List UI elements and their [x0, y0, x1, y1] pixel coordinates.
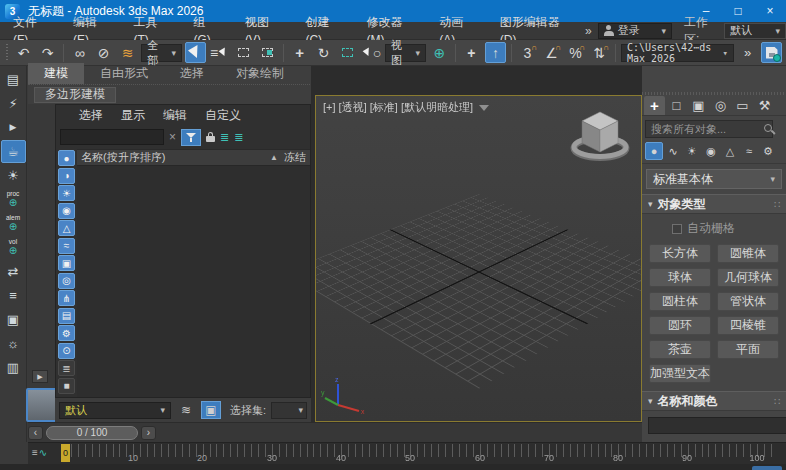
box-button[interactable]: 长方体 [649, 244, 711, 263]
cone-button[interactable]: 圆锥体 [717, 244, 779, 263]
login-button[interactable]: 登录 ▾ [598, 23, 672, 39]
photos-tool-icon[interactable]: ▣ [1, 308, 26, 331]
bind-to-spacewarp-button[interactable]: ≋ [117, 42, 138, 63]
search-all-objects-input[interactable] [645, 120, 773, 138]
unlink-selection-button[interactable]: ⊘ [93, 42, 114, 63]
object-type-rollout[interactable]: ▾ 对象类型 ∷ [642, 194, 786, 214]
tab-create[interactable]: + [644, 96, 665, 115]
mini-curve-editor-button[interactable]: ≡ ∿ [32, 447, 47, 458]
filter-cameras-toggle[interactable]: ◉ [58, 203, 75, 219]
explorer-search-input[interactable] [60, 129, 164, 145]
toggle-scene-explorer-button[interactable]: ▣ [201, 401, 221, 419]
filter-geometry-toggle[interactable]: ● [58, 150, 75, 166]
ribbon-tab-object-paint[interactable]: 对象绘制 [220, 63, 300, 84]
pin-icon[interactable]: ∷ [774, 199, 780, 210]
filter-shapes-toggle[interactable]: ◑ [58, 168, 75, 184]
select-and-move-button[interactable]: + [289, 42, 310, 63]
lights-tool-icon[interactable]: ☼ [1, 332, 26, 355]
pyramid-button[interactable]: 四棱锥 [717, 316, 779, 335]
vol-create-tool-icon[interactable]: vol ⊕ [1, 236, 26, 259]
textplus-button[interactable]: 加强型文本 [649, 364, 711, 383]
spinner-snap-toggle-button[interactable]: ⇅∩ [589, 42, 610, 63]
time-slider-handle[interactable]: 0 / 100 [46, 426, 138, 440]
previous-frame-button[interactable]: ‹ [28, 426, 43, 440]
tab-display[interactable]: ▭ [732, 96, 753, 115]
category-helpers[interactable]: △ [721, 142, 739, 160]
expand-hierarchy-icon[interactable]: ≣ [220, 131, 229, 144]
filter-materials-toggle[interactable]: ▤ [58, 308, 75, 324]
use-pivot-center-button[interactable]: ⊕ [429, 42, 450, 63]
cylinder-button[interactable]: 圆柱体 [649, 292, 711, 311]
tab-hierarchy[interactable]: ▣ [688, 96, 709, 115]
viewport-funnel-icon[interactable] [479, 105, 489, 111]
angle-snap-toggle-button[interactable]: ∠∩ [541, 42, 562, 63]
filter-bones-toggle[interactable]: ⋔ [58, 290, 75, 306]
explorer-menu-edit[interactable]: 编辑 [154, 107, 196, 124]
category-cameras[interactable]: ◉ [702, 142, 720, 160]
rectangular-selection-region-button[interactable] [233, 42, 254, 63]
layer-manager-button[interactable]: ≋ [176, 401, 196, 419]
selection-filter-dropdown[interactable]: 全部 ▾ [141, 44, 182, 62]
workspace-dropdown[interactable]: 默认 ▾ [724, 23, 786, 39]
timeline-playhead[interactable]: 0 [61, 444, 70, 462]
viewport-label[interactable]: [+] [透视] [标准] [默认明暗处理] [323, 100, 489, 115]
select-object-button[interactable] [185, 42, 206, 63]
explorer-filter-button[interactable] [181, 129, 201, 146]
tube-button[interactable]: 管状体 [717, 292, 779, 311]
explorer-item-list[interactable] [77, 166, 310, 397]
clear-search-icon[interactable]: × [169, 130, 176, 144]
pin-icon[interactable]: ∷ [774, 396, 780, 407]
teapot-button[interactable]: 茶壶 [649, 340, 711, 359]
ribbon-tab-modeling[interactable]: 建模 [28, 63, 84, 84]
script-run-tool-icon[interactable]: ▶ [1, 116, 26, 139]
snaps-toggle-3d-button[interactable]: 3∩ [517, 42, 538, 63]
menu-overflow-chevron[interactable]: » [579, 24, 598, 38]
polygon-modeling-panel-button[interactable]: 多边形建模 [34, 87, 116, 103]
toolbar-overflow-chevron[interactable]: » [737, 42, 758, 63]
ribbon-tab-selection[interactable]: 选择 [164, 63, 220, 84]
autosave-indicator-button[interactable] [761, 42, 782, 63]
category-systems[interactable]: ⚙ [759, 142, 777, 160]
filter-blank-button[interactable]: ■ [58, 378, 75, 394]
name-and-color-rollout[interactable]: ▾ 名称和颜色 ∷ [642, 391, 786, 411]
torus-button[interactable]: 圆环 [649, 316, 711, 335]
select-and-manipulate-button[interactable]: + [461, 42, 482, 63]
percent-snap-toggle-button[interactable]: %∩ [565, 42, 586, 63]
maximize-button[interactable]: □ [722, 0, 754, 22]
swap-tool-icon[interactable]: ⇄ [1, 260, 26, 283]
geosphere-button[interactable]: 几何球体 [717, 268, 779, 287]
scene-explorer-tool-icon[interactable]: ▤ [1, 68, 26, 91]
explorer-menu-select[interactable]: 选择 [70, 107, 112, 124]
track-bar[interactable]: ≡ ∿ 0 10 20 30 40 50 60 70 80 90 100 [28, 442, 786, 464]
select-by-name-button[interactable]: ≡ [209, 42, 230, 63]
primitive-type-dropdown[interactable]: 标准基本体 ▾ [646, 169, 782, 189]
panel-tool-icon[interactable]: ▥ [1, 356, 26, 379]
project-folder-dropdown[interactable]: C:\Users\42⋯ds Max 2026 ▾ [621, 44, 734, 62]
container-tool-icon[interactable]: ≡ [1, 284, 26, 307]
viewcube[interactable] [567, 104, 633, 170]
undo-button[interactable]: ↶ [13, 42, 34, 63]
teapot-tool-icon[interactable]: ☕ [1, 140, 26, 163]
redo-button[interactable]: ↷ [37, 42, 58, 63]
auto-light-tool-icon[interactable]: ☀ [1, 164, 26, 187]
select-and-place-button[interactable]: ○ [361, 42, 382, 63]
viewport-label-text[interactable]: [+] [透视] [标准] [默认明暗处理] [323, 100, 473, 115]
named-selection-set-dropdown[interactable]: ▾ [271, 402, 307, 419]
close-button[interactable]: × [754, 0, 786, 22]
frozen-column-header[interactable]: 冻结 [284, 150, 306, 165]
keyboard-shortcut-override-toggle[interactable]: ↑ [485, 42, 506, 63]
active-layer-dropdown[interactable]: 默认 ▾ [59, 402, 171, 419]
category-lights[interactable]: ☀ [683, 142, 701, 160]
category-spacewarps[interactable]: ≈ [740, 142, 758, 160]
filter-hidden-toggle[interactable]: ⊙ [58, 343, 75, 359]
select-and-link-button[interactable]: ∞ [69, 42, 90, 63]
mini-play-button[interactable]: ▶ [32, 370, 48, 383]
plane-button[interactable]: 平面 [717, 340, 779, 359]
explorer-menu-display[interactable]: 显示 [112, 107, 154, 124]
next-frame-button[interactable]: › [141, 426, 156, 440]
alem-create-tool-icon[interactable]: alem ⊕ [1, 212, 26, 235]
lock-cell-editing-icon[interactable] [206, 132, 215, 142]
proc-create-tool-icon[interactable]: proc ⊕ [1, 188, 26, 211]
tab-modify[interactable]: □ [666, 96, 687, 115]
category-shapes[interactable]: ∿ [664, 142, 682, 160]
